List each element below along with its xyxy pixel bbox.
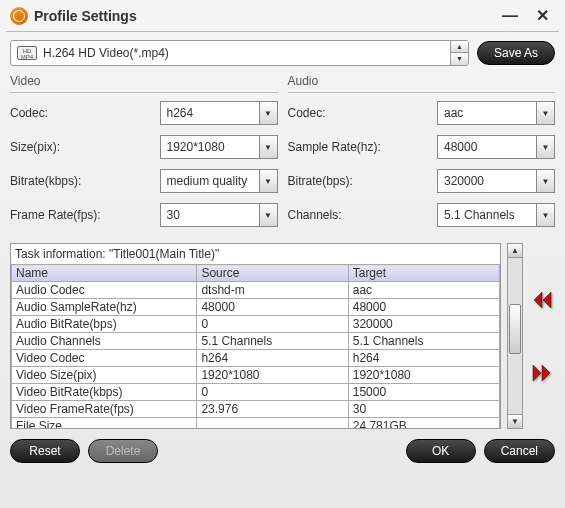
cell-source: dtshd-m bbox=[197, 282, 348, 299]
cell-target: 5.1 Channels bbox=[348, 333, 499, 350]
reset-button[interactable]: Reset bbox=[10, 439, 80, 463]
video-codec-label: Codec: bbox=[10, 106, 154, 120]
scroll-down-icon[interactable]: ▼ bbox=[508, 414, 522, 428]
task-caption: Task information: "Title001(Main Title)" bbox=[11, 244, 500, 264]
task-info-box: Task information: "Title001(Main Title)"… bbox=[10, 243, 501, 429]
cell-name: File Size bbox=[12, 418, 197, 430]
chevron-down-icon[interactable]: ▼ bbox=[536, 102, 554, 124]
col-name[interactable]: Name bbox=[12, 265, 197, 282]
cell-name: Video BitRate(kbps) bbox=[12, 384, 197, 401]
video-group: Video Codec: h264 ▼ Size(pix): 1920*1080… bbox=[10, 74, 278, 237]
prev-arrow-icon[interactable] bbox=[531, 290, 553, 310]
table-row[interactable]: Audio Codecdtshd-maac bbox=[12, 282, 500, 299]
profile-select[interactable]: HDMP4 H.264 HD Video(*.mp4) ▲ ▼ bbox=[10, 40, 469, 66]
chevron-down-icon[interactable]: ▼ bbox=[536, 204, 554, 226]
cell-name: Audio Codec bbox=[12, 282, 197, 299]
cell-target: 24.781GB bbox=[348, 418, 499, 430]
cell-target: 320000 bbox=[348, 316, 499, 333]
chevron-down-icon[interactable]: ▼ bbox=[536, 170, 554, 192]
audio-group: Audio Codec: aac ▼ Sample Rate(hz): 4800… bbox=[288, 74, 556, 237]
audio-bitrate-combo[interactable]: 320000 ▼ bbox=[437, 169, 555, 193]
minimize-button[interactable]: — bbox=[496, 7, 524, 25]
spinner-down-icon[interactable]: ▼ bbox=[451, 53, 468, 65]
cell-source bbox=[197, 418, 348, 430]
table-row[interactable]: File Size24.781GB bbox=[12, 418, 500, 430]
cell-name: Video FrameRate(fps) bbox=[12, 401, 197, 418]
cell-source: 48000 bbox=[197, 299, 348, 316]
cancel-button[interactable]: Cancel bbox=[484, 439, 555, 463]
cell-name: Audio SampleRate(hz) bbox=[12, 299, 197, 316]
audio-samplerate-combo[interactable]: 48000 ▼ bbox=[437, 135, 555, 159]
table-row[interactable]: Video FrameRate(fps)23.97630 bbox=[12, 401, 500, 418]
col-target[interactable]: Target bbox=[348, 265, 499, 282]
profile-name: H.264 HD Video(*.mp4) bbox=[43, 46, 444, 60]
table-row[interactable]: Video Codech264h264 bbox=[12, 350, 500, 367]
ok-button[interactable]: OK bbox=[406, 439, 476, 463]
chevron-down-icon[interactable]: ▼ bbox=[536, 136, 554, 158]
cell-source: 0 bbox=[197, 384, 348, 401]
audio-channels-label: Channels: bbox=[288, 208, 432, 222]
audio-codec-label: Codec: bbox=[288, 106, 432, 120]
cell-target: 15000 bbox=[348, 384, 499, 401]
video-size-combo[interactable]: 1920*1080 ▼ bbox=[160, 135, 278, 159]
cell-name: Audio Channels bbox=[12, 333, 197, 350]
video-framerate-combo[interactable]: 30 ▼ bbox=[160, 203, 278, 227]
cell-target: h264 bbox=[348, 350, 499, 367]
cell-source: 5.1 Channels bbox=[197, 333, 348, 350]
video-bitrate-label: Bitrate(kbps): bbox=[10, 174, 154, 188]
close-button[interactable]: ✕ bbox=[530, 6, 555, 25]
chevron-down-icon[interactable]: ▼ bbox=[259, 136, 277, 158]
cell-source: h264 bbox=[197, 350, 348, 367]
spinner-up-icon[interactable]: ▲ bbox=[451, 41, 468, 53]
app-icon bbox=[10, 7, 28, 25]
task-table: Name Source Target Audio Codecdtshd-maac… bbox=[11, 264, 500, 429]
video-size-label: Size(pix): bbox=[10, 140, 154, 154]
scroll-up-icon[interactable]: ▲ bbox=[508, 244, 522, 258]
table-row[interactable]: Video Size(pix)1920*10801920*1080 bbox=[12, 367, 500, 384]
delete-button[interactable]: Delete bbox=[88, 439, 158, 463]
vertical-scrollbar[interactable]: ▲ ▼ bbox=[507, 243, 523, 429]
table-row[interactable]: Audio SampleRate(hz)4800048000 bbox=[12, 299, 500, 316]
audio-group-label: Audio bbox=[288, 74, 556, 92]
video-codec-combo[interactable]: h264 ▼ bbox=[160, 101, 278, 125]
chevron-down-icon[interactable]: ▼ bbox=[259, 204, 277, 226]
cell-name: Video Size(pix) bbox=[12, 367, 197, 384]
chevron-down-icon[interactable]: ▼ bbox=[259, 170, 277, 192]
cell-source: 23.976 bbox=[197, 401, 348, 418]
chevron-down-icon[interactable]: ▼ bbox=[259, 102, 277, 124]
audio-channels-combo[interactable]: 5.1 Channels ▼ bbox=[437, 203, 555, 227]
cell-target: aac bbox=[348, 282, 499, 299]
table-row[interactable]: Audio Channels5.1 Channels5.1 Channels bbox=[12, 333, 500, 350]
table-row[interactable]: Video BitRate(kbps)015000 bbox=[12, 384, 500, 401]
cell-target: 1920*1080 bbox=[348, 367, 499, 384]
profile-spinner[interactable]: ▲ ▼ bbox=[450, 41, 468, 65]
audio-bitrate-label: Bitrate(bps): bbox=[288, 174, 432, 188]
save-as-button[interactable]: Save As bbox=[477, 41, 555, 65]
window-title: Profile Settings bbox=[34, 8, 490, 24]
video-group-label: Video bbox=[10, 74, 278, 92]
cell-source: 1920*1080 bbox=[197, 367, 348, 384]
cell-target: 30 bbox=[348, 401, 499, 418]
next-arrow-icon[interactable] bbox=[531, 363, 553, 383]
cell-name: Audio BitRate(bps) bbox=[12, 316, 197, 333]
titlebar: Profile Settings — ✕ bbox=[0, 0, 565, 31]
audio-codec-combo[interactable]: aac ▼ bbox=[437, 101, 555, 125]
col-source[interactable]: Source bbox=[197, 265, 348, 282]
hd-mp4-icon: HDMP4 bbox=[17, 46, 37, 60]
cell-name: Video Codec bbox=[12, 350, 197, 367]
video-framerate-label: Frame Rate(fps): bbox=[10, 208, 154, 222]
cell-target: 48000 bbox=[348, 299, 499, 316]
scroll-thumb[interactable] bbox=[509, 304, 521, 354]
cell-source: 0 bbox=[197, 316, 348, 333]
table-row[interactable]: Audio BitRate(bps)0320000 bbox=[12, 316, 500, 333]
video-bitrate-combo[interactable]: medium quality ▼ bbox=[160, 169, 278, 193]
audio-samplerate-label: Sample Rate(hz): bbox=[288, 140, 432, 154]
